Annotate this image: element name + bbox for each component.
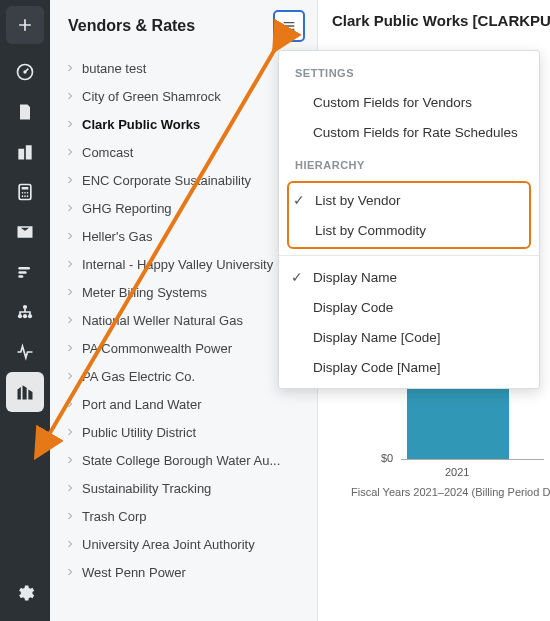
tree-row[interactable]: Port and Land Water	[64, 390, 309, 418]
tree-row[interactable]: National Weller Natural Gas	[64, 306, 309, 334]
svg-point-1	[23, 70, 26, 73]
nav-inbox[interactable]	[6, 212, 44, 252]
tree-row[interactable]: Internal - Happy Valley University	[64, 250, 309, 278]
tree-row[interactable]: Trash Corp	[64, 502, 309, 530]
chevron-right-icon	[64, 230, 76, 242]
dd-label: Display Name [Code]	[313, 330, 441, 345]
dd-label: Custom Fields for Vendors	[313, 95, 472, 110]
chevron-right-icon	[64, 174, 76, 186]
chevron-right-icon	[64, 370, 76, 382]
tree-header: Vendors & Rates	[50, 0, 317, 54]
tree-row[interactable]: University Area Joint Authority	[64, 530, 309, 558]
nav-vendors-rates[interactable]	[6, 372, 44, 412]
tree-row-label: ENC Corporate Sustainability	[82, 173, 251, 188]
inbox-icon	[15, 222, 35, 242]
tree-row-label: West Penn Power	[82, 565, 186, 580]
annotation-hierarchy-highlight: ✓ List by Vendor List by Commodity	[287, 181, 531, 249]
tree-row-label: Meter Billing Systems	[82, 285, 207, 300]
svg-point-16	[28, 314, 32, 318]
tree-row[interactable]: Meter Billing Systems	[64, 278, 309, 306]
tree-row[interactable]: City of Green Shamrock	[64, 82, 309, 110]
gear-icon	[15, 583, 35, 603]
chevron-right-icon	[64, 286, 76, 298]
left-nav-rail	[0, 0, 50, 621]
nav-hierarchy[interactable]	[6, 292, 44, 332]
dd-display-name[interactable]: ✓ Display Name	[279, 262, 539, 292]
dd-section-settings: SETTINGS	[279, 63, 539, 87]
svg-point-6	[27, 192, 29, 194]
tree-row[interactable]: Clark Public Works	[64, 110, 309, 138]
check-icon: ✓	[293, 192, 309, 208]
dd-display-name-code[interactable]: Display Name [Code]	[279, 322, 539, 352]
dd-list-by-commodity[interactable]: List by Commodity	[289, 215, 529, 245]
tree-row-label: Sustainability Tracking	[82, 481, 211, 496]
tree-row-label: University Area Joint Authority	[82, 537, 255, 552]
chart-ytick-bottom: $0	[381, 452, 393, 464]
dd-label: Display Name	[313, 270, 397, 285]
dd-label: Display Code	[313, 300, 393, 315]
tree-row-label: PA Commonwealth Power	[82, 341, 232, 356]
chevron-right-icon	[64, 146, 76, 158]
tree-row-label: Comcast	[82, 145, 133, 160]
tree-row[interactable]: butane test	[64, 54, 309, 82]
dd-display-code[interactable]: Display Code	[279, 292, 539, 322]
tree-row[interactable]: Public Utility District	[64, 418, 309, 446]
tree-row-label: butane test	[82, 61, 146, 76]
svg-rect-12	[18, 275, 23, 278]
svg-point-7	[22, 195, 24, 197]
detail-title: Clark Public Works [CLARKPUB]	[332, 12, 550, 29]
tree-row[interactable]: GHG Reporting	[64, 194, 309, 222]
svg-point-14	[18, 314, 22, 318]
add-button[interactable]	[6, 6, 44, 44]
svg-rect-10	[18, 267, 30, 270]
nav-bars[interactable]	[6, 252, 44, 292]
chart-xtick: 2021	[445, 466, 469, 478]
chevron-right-icon	[64, 258, 76, 270]
dd-custom-fields-rates[interactable]: Custom Fields for Rate Schedules	[279, 117, 539, 147]
tree-row-label: Public Utility District	[82, 425, 196, 440]
tree-row[interactable]: PA Commonwealth Power	[64, 334, 309, 362]
chevron-right-icon	[64, 342, 76, 354]
tree-row[interactable]: Sustainability Tracking	[64, 474, 309, 502]
nav-calculator[interactable]	[6, 172, 44, 212]
nav-activity[interactable]	[6, 332, 44, 372]
dd-list-by-vendor[interactable]: ✓ List by Vendor	[289, 185, 529, 215]
tree-row[interactable]: ENC Corporate Sustainability	[64, 166, 309, 194]
chevron-right-icon	[64, 426, 76, 438]
nav-report[interactable]	[6, 92, 44, 132]
report-icon	[15, 102, 35, 122]
svg-point-15	[23, 314, 27, 318]
svg-point-8	[24, 195, 26, 197]
tree-row[interactable]: Comcast	[64, 138, 309, 166]
chevron-right-icon	[64, 566, 76, 578]
tree-row-label: State College Borough Water Au...	[82, 453, 280, 468]
hierarchy-icon	[15, 302, 35, 322]
dd-label: List by Vendor	[315, 193, 401, 208]
tree-row-label: GHG Reporting	[82, 201, 172, 216]
nav-settings[interactable]	[6, 573, 44, 613]
plus-icon	[15, 15, 35, 35]
tree-menu-button[interactable]	[273, 10, 305, 42]
tree-row[interactable]: West Penn Power	[64, 558, 309, 586]
dd-label: Custom Fields for Rate Schedules	[313, 125, 518, 140]
chevron-right-icon	[64, 314, 76, 326]
tree-list: butane testCity of Green ShamrockClark P…	[50, 54, 317, 621]
chevron-right-icon	[64, 538, 76, 550]
nav-buildings[interactable]	[6, 132, 44, 172]
tree-row-label: Clark Public Works	[82, 117, 200, 132]
dd-display-code-name[interactable]: Display Code [Name]	[279, 352, 539, 382]
tree-row-label: PA Gas Electric Co.	[82, 369, 195, 384]
tree-row[interactable]: PA Gas Electric Co.	[64, 362, 309, 390]
tree-row[interactable]: Heller's Gas	[64, 222, 309, 250]
tree-row[interactable]: State College Borough Water Au...	[64, 446, 309, 474]
dd-custom-fields-vendors[interactable]: Custom Fields for Vendors	[279, 87, 539, 117]
chevron-right-icon	[64, 202, 76, 214]
dd-section-hierarchy: HIERARCHY	[279, 155, 539, 179]
tree-menu-dropdown: SETTINGS Custom Fields for Vendors Custo…	[278, 50, 540, 389]
bars-icon	[15, 262, 35, 282]
dd-label: List by Commodity	[315, 223, 426, 238]
nav-dashboard[interactable]	[6, 52, 44, 92]
tree-row-label: Port and Land Water	[82, 397, 201, 412]
svg-point-4	[22, 192, 24, 194]
svg-point-13	[23, 305, 27, 309]
